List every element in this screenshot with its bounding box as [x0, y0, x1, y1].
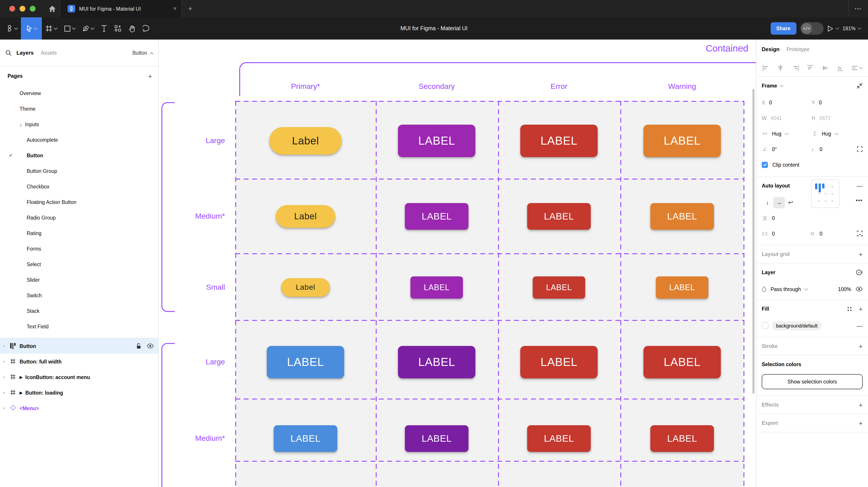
tab-design[interactable]: Design — [762, 46, 779, 53]
page-item-forms[interactable]: Forms — [0, 241, 158, 256]
canvas-button-medium-warning[interactable]: LABEL — [650, 203, 714, 230]
align-top-icon[interactable] — [807, 64, 814, 71]
tab-assets[interactable]: Assets — [41, 50, 57, 56]
add-fill-button[interactable]: + — [859, 305, 863, 313]
share-button[interactable]: Share — [770, 22, 796, 35]
canvas-button-small-primary[interactable]: Label — [281, 278, 330, 297]
frame-section-title[interactable]: Frame — [762, 83, 857, 89]
align-horizontal-center-icon[interactable] — [777, 64, 784, 71]
blend-mode-dropdown[interactable]: Pass through — [762, 286, 808, 292]
blend-mode-icon[interactable] — [856, 269, 863, 275]
canvas-button-medium-error[interactable]: LABEL — [527, 425, 591, 452]
text-tool-button[interactable] — [97, 17, 111, 39]
height-input[interactable]: H2672 — [811, 115, 861, 121]
layer-row-button-loading[interactable]: ▸▶Button: loading — [0, 385, 158, 400]
lock-open-icon[interactable] — [136, 343, 142, 349]
auto-layout-more-icon[interactable]: ••• — [856, 197, 863, 203]
clip-content-row[interactable]: Clip content — [762, 157, 863, 172]
canvas-button-medium-error[interactable]: LABEL — [527, 203, 591, 230]
add-export-button[interactable]: + — [859, 419, 863, 427]
canvas[interactable]: Contained Primary*SecondaryErrorWarning … — [159, 39, 756, 487]
canvas-button-small-warning[interactable]: LABEL — [656, 277, 708, 299]
hand-tool-button[interactable] — [125, 17, 139, 39]
page-item-button[interactable]: ✓Button — [0, 148, 158, 163]
expand-chevron-icon[interactable]: ▸ — [4, 391, 5, 395]
page-item-switch[interactable]: Switch — [0, 288, 158, 303]
canvas-button-medium-primary[interactable]: Label — [276, 205, 335, 228]
opacity-value[interactable]: 100% — [838, 286, 851, 292]
gap-input[interactable]: ]|[ 0 — [762, 215, 811, 221]
visible-eye-icon[interactable] — [147, 344, 154, 348]
vertical-padding-input[interactable]: ⊟ 0 — [809, 231, 857, 236]
page-item-rating[interactable]: Rating — [0, 225, 158, 241]
width-input[interactable]: W4541 — [762, 115, 811, 121]
expand-chevron-icon[interactable]: ▸ — [4, 375, 5, 379]
direction-vertical-button[interactable]: ↓ — [762, 197, 773, 208]
canvas-button-large-secondary[interactable]: LABEL — [398, 125, 475, 157]
add-layout-grid-button[interactable]: + — [859, 250, 863, 258]
move-tool-button[interactable] — [21, 17, 42, 39]
remove-fill-button[interactable]: — — [857, 322, 863, 329]
tab-prototype[interactable]: Prototype — [786, 46, 809, 53]
tab-close-icon[interactable]: ✕ — [173, 6, 177, 11]
rotation-input[interactable]: ∠ 0° — [762, 147, 809, 152]
add-effect-button[interactable]: + — [859, 401, 863, 409]
page-item-theme[interactable]: Theme — [0, 101, 158, 117]
fill-style-chip[interactable]: background/default — [772, 321, 821, 330]
x-input[interactable]: X0 — [762, 100, 811, 105]
page-selector[interactable]: Button — [132, 50, 153, 56]
page-item-checkbox[interactable]: Checkbox — [0, 178, 158, 194]
align-vertical-center-icon[interactable] — [822, 64, 829, 71]
horizontal-padding-input[interactable]: |□| 0 — [762, 231, 809, 236]
comment-tool-button[interactable] — [139, 17, 153, 39]
minimize-window-button[interactable] — [20, 6, 25, 11]
file-tab[interactable]: MUI for Figma - Material UI ✕ — [60, 0, 181, 17]
canvas-button-large-secondary[interactable]: LABEL — [398, 346, 475, 378]
expand-chevron-icon[interactable]: ▸ — [4, 359, 5, 363]
layer-row-menu[interactable]: ▸<Menu> — [0, 400, 158, 416]
canvas-button-medium-secondary[interactable]: LABEL — [405, 425, 468, 452]
direction-horizontal-button[interactable]: → — [773, 197, 785, 208]
visibility-icon[interactable] — [856, 287, 863, 291]
canvas-button-medium-secondary[interactable]: LABEL — [405, 203, 468, 230]
page-item-overview[interactable]: Overview — [0, 85, 158, 101]
home-button[interactable] — [44, 5, 60, 12]
canvas-button-small-secondary[interactable]: LABEL — [410, 277, 463, 299]
direction-wrap-button[interactable]: ↩ — [785, 197, 797, 208]
add-stroke-button[interactable]: + — [859, 343, 863, 350]
canvas-button-large-warning[interactable]: LABEL — [644, 346, 721, 378]
page-item-slider[interactable]: Slider — [0, 272, 158, 288]
page-item-text-field[interactable]: Text Field — [0, 319, 158, 334]
clip-content-checkbox[interactable] — [762, 162, 768, 168]
show-selection-colors-button[interactable]: Show selection colors — [762, 374, 863, 389]
add-page-button[interactable]: + — [148, 72, 152, 80]
vertical-sizing-dropdown[interactable]: >< Hug — [811, 131, 861, 136]
individual-padding-icon[interactable] — [857, 231, 863, 236]
zoom-window-button[interactable] — [30, 6, 36, 11]
canvas-button-large-warning[interactable]: LABEL — [644, 125, 721, 157]
expand-chevron-icon[interactable]: ▸ — [4, 406, 5, 410]
tab-layers[interactable]: Layers — [17, 50, 34, 56]
page-item-inputs[interactable]: ↓Inputs — [0, 117, 158, 132]
page-item-select[interactable]: Select — [0, 256, 158, 272]
tab-overflow-menu-icon[interactable]: ••• — [849, 6, 868, 11]
resources-tool-button[interactable] — [111, 17, 125, 39]
page-item-autocomplete[interactable]: Autocomplete — [0, 132, 158, 148]
horizontal-sizing-dropdown[interactable]: >< Hug — [762, 131, 811, 136]
frame-tool-button[interactable] — [42, 17, 60, 39]
page-item-radio-group[interactable]: Radio Group — [0, 210, 158, 225]
canvas-scrollbar[interactable] — [752, 89, 754, 394]
pen-tool-button[interactable] — [79, 17, 97, 39]
styles-icon[interactable] — [847, 306, 852, 312]
fill-row[interactable]: background/default — — [762, 318, 863, 333]
canvas-button-large-primary[interactable]: Label — [269, 127, 342, 155]
page-item-button-group[interactable]: Button Group — [0, 163, 158, 178]
page-item-stack[interactable]: Stack — [0, 303, 158, 319]
y-input[interactable]: Y0 — [811, 100, 861, 105]
align-right-icon[interactable] — [792, 64, 799, 71]
search-icon[interactable] — [5, 50, 11, 56]
dev-mode-toggle[interactable]: </> — [800, 22, 823, 35]
auto-layout-alignment-widget[interactable] — [811, 180, 840, 208]
corner-radius-input[interactable]: ╭ 0 — [809, 147, 857, 152]
canvas-button-medium-warning[interactable]: LABEL — [650, 425, 714, 452]
